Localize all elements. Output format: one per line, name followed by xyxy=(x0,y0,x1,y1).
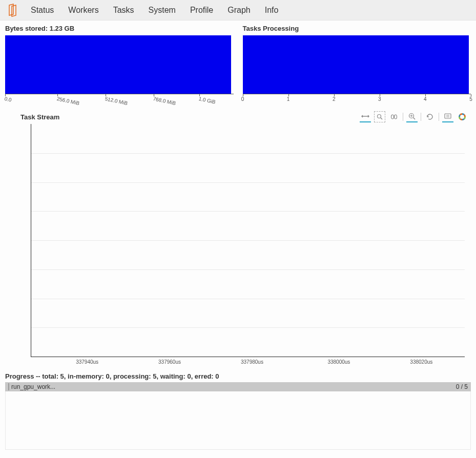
nav-info[interactable]: Info xyxy=(258,0,286,20)
axis-tick: 337980us xyxy=(241,359,263,365)
axis-tick: 4 xyxy=(424,96,427,102)
task-stream-title: Task Stream xyxy=(20,113,59,121)
tasks-processing-axis: 012345 xyxy=(243,94,471,107)
axis-tick: 0.0 xyxy=(4,96,12,103)
progress-body xyxy=(5,391,471,450)
progress-task-label: run_gpu_work... xyxy=(8,383,456,390)
bytes-stored-title: Bytes stored: 1.23 GB xyxy=(5,25,234,32)
axis-tick: 338000us xyxy=(327,359,350,365)
pan-tool-icon[interactable] xyxy=(360,111,371,122)
tasks-processing-bar xyxy=(243,35,469,94)
toolbar-separator xyxy=(439,113,439,121)
bytes-stored-axis: 0.0256.0 MiB512.0 MiB768.0 MiB1.0 GiB xyxy=(5,94,234,107)
axis-tick: 337960us xyxy=(158,359,181,365)
svg-rect-4 xyxy=(445,114,451,118)
xwheel-pan-tool-icon[interactable] xyxy=(388,111,400,122)
nav-status[interactable]: Status xyxy=(24,0,61,20)
nav-links: Status Workers Tasks System Profile Grap… xyxy=(24,0,285,20)
dask-logo xyxy=(3,0,24,20)
tasks-processing-chart[interactable] xyxy=(243,35,471,94)
axis-tick: 1.0 GiB xyxy=(198,96,216,105)
wheel-zoom-tool-icon[interactable] xyxy=(406,111,418,122)
nav-graph[interactable]: Graph xyxy=(220,0,257,20)
nav-system[interactable]: System xyxy=(141,0,183,20)
toolbar-separator xyxy=(403,113,403,121)
task-stream-panel: Task Stream xyxy=(5,110,471,367)
axis-tick: 512.0 MiB xyxy=(105,96,128,106)
top-navbar: Status Workers Tasks System Profile Grap… xyxy=(0,0,476,20)
axis-tick: 256.0 MiB xyxy=(56,96,80,106)
bokeh-logo-icon[interactable] xyxy=(457,111,468,122)
svg-point-0 xyxy=(378,115,381,118)
progress-title: Progress -- total: 5, in-memory: 0, proc… xyxy=(5,372,471,380)
tasks-processing-title: Tasks Processing xyxy=(243,25,471,32)
axis-tick: 1 xyxy=(287,96,290,102)
bytes-stored-chart[interactable] xyxy=(5,35,234,94)
bytes-stored-bar xyxy=(5,35,231,94)
bokeh-toolbar xyxy=(360,111,471,122)
hover-tool-icon[interactable] xyxy=(442,111,453,122)
tasks-processing-panel: Tasks Processing 012345 xyxy=(243,25,471,107)
box-zoom-tool-icon[interactable] xyxy=(374,111,385,122)
dask-logo-icon xyxy=(8,4,19,17)
axis-tick: 338020us xyxy=(410,359,432,365)
svg-point-2 xyxy=(395,115,397,119)
nav-tasks[interactable]: Tasks xyxy=(106,0,141,20)
axis-tick: 2 xyxy=(333,96,336,102)
axis-tick: 768.0 MiB xyxy=(152,96,176,106)
axis-tick: 3 xyxy=(378,96,381,102)
task-stream-plot[interactable] xyxy=(31,124,465,357)
toolbar-separator xyxy=(421,113,421,121)
task-stream-axis: 337940us337960us337980us338000us338020us xyxy=(31,357,465,367)
nav-profile[interactable]: Profile xyxy=(183,0,220,20)
progress-panel: Progress -- total: 5, in-memory: 0, proc… xyxy=(5,372,471,450)
svg-point-1 xyxy=(391,115,394,119)
nav-workers[interactable]: Workers xyxy=(61,0,106,20)
axis-tick: 337940us xyxy=(76,359,98,365)
bytes-stored-panel: Bytes stored: 1.23 GB 0.0256.0 MiB512.0 … xyxy=(5,25,234,107)
axis-tick: 5 xyxy=(469,96,472,102)
reset-tool-icon[interactable] xyxy=(424,111,436,122)
axis-tick: 0 xyxy=(241,96,244,102)
progress-row[interactable]: run_gpu_work... 0 / 5 xyxy=(5,382,471,391)
progress-task-count: 0 / 5 xyxy=(456,383,468,390)
